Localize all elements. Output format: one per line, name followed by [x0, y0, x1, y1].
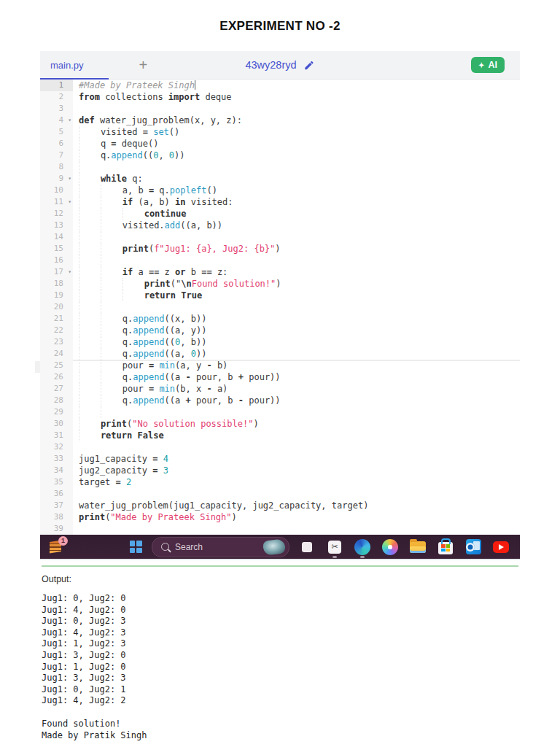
- fold-arrow-icon[interactable]: ▾: [68, 173, 71, 185]
- code-line[interactable]: 20: [40, 301, 520, 313]
- copilot-button[interactable]: [381, 538, 399, 556]
- code-editor[interactable]: 1#Made by Prateek Singh2from collections…: [40, 80, 520, 535]
- line-number: 12: [40, 208, 73, 220]
- code-line[interactable]: 4▾def water_jug_problem(x, y, z):: [40, 115, 520, 126]
- code-line[interactable]: 37water_jug_problem(jug1_capacity, jug2_…: [40, 500, 520, 511]
- fold-arrow-icon[interactable]: ▾: [68, 266, 71, 278]
- code-line[interactable]: 31return False: [40, 430, 520, 441]
- line-number: 31: [40, 430, 73, 441]
- store-bag-icon: [438, 542, 453, 554]
- line-number: 37: [40, 500, 73, 511]
- tab-main-py[interactable]: main.py: [40, 51, 109, 79]
- task-view-icon: [302, 542, 312, 552]
- code-line[interactable]: 36: [40, 488, 520, 500]
- line-number: 28: [40, 395, 73, 406]
- pinned-app-icon[interactable]: 1: [47, 538, 64, 556]
- code-line[interactable]: 18print("\nFound solution!"): [40, 278, 520, 290]
- line-number: 32: [40, 441, 73, 453]
- code-line[interactable]: 35target = 2: [40, 476, 520, 488]
- code-line[interactable]: 30print("No solution possible!"): [40, 418, 520, 430]
- code-line[interactable]: 3: [40, 103, 520, 115]
- youtube-button[interactable]: [492, 538, 510, 556]
- line-number: 4▾: [40, 115, 73, 126]
- code-line[interactable]: 21q.append((x, b)): [40, 313, 520, 325]
- line-number: 2: [40, 91, 73, 103]
- code-line[interactable]: 27pour = min(b, x - a): [40, 383, 520, 395]
- line-number: 10: [40, 185, 73, 196]
- code-line[interactable]: 16: [40, 255, 520, 266]
- taskbar: 1 Search ✂: [40, 535, 520, 560]
- task-view-button[interactable]: [298, 538, 316, 556]
- line-number: 19: [40, 290, 73, 301]
- line-number: 36: [40, 488, 73, 500]
- line-number: 17▾: [40, 266, 73, 278]
- code-line[interactable]: 22q.append((a, y)): [40, 325, 520, 336]
- code-line[interactable]: 24q.append((a, 0)): [40, 348, 520, 360]
- line-number: 30: [40, 418, 73, 430]
- file-explorer-button[interactable]: [409, 538, 427, 556]
- outlook-button[interactable]: [464, 538, 482, 556]
- line-number: 34: [40, 465, 73, 476]
- notification-badge: 1: [58, 536, 68, 546]
- code-line[interactable]: 17▾if a == z or b == z:: [40, 266, 520, 278]
- code-line[interactable]: 19return True: [40, 290, 520, 301]
- text-cursor: [195, 80, 195, 90]
- line-number: 21: [40, 313, 73, 325]
- search-icon: [161, 543, 169, 551]
- code-line[interactable]: 33jug1_capacity = 4: [40, 453, 520, 465]
- new-tab-button[interactable]: +: [139, 57, 148, 74]
- code-line[interactable]: 8: [40, 161, 520, 173]
- project-name-group: 43wy28ryd: [245, 59, 314, 71]
- code-line[interactable]: 11▾if (a, b) in visited:: [40, 196, 520, 208]
- code-line[interactable]: 15print(f"Jug1: {a}, Jug2: {b}"): [40, 243, 520, 255]
- line-number: 25: [40, 360, 73, 371]
- line-number: 3: [40, 103, 73, 115]
- code-line[interactable]: 6q = deque(): [40, 138, 520, 150]
- code-line[interactable]: 2from collections import deque: [40, 91, 520, 103]
- page-title: EXPERIMENT NO -2: [0, 19, 560, 34]
- code-line[interactable]: 10a, b = q.popleft(): [40, 185, 520, 196]
- code-line[interactable]: 12continue: [40, 208, 520, 220]
- line-number: 1: [40, 80, 73, 91]
- code-line[interactable]: 13visited.add((a, b)): [40, 220, 520, 231]
- youtube-play-icon: [493, 541, 509, 553]
- green-separator: [42, 565, 518, 567]
- code-line[interactable]: 23q.append((0, b)): [40, 336, 520, 348]
- code-lines: 1#Made by Prateek Singh2from collections…: [40, 80, 520, 535]
- code-line[interactable]: 5visited = set(): [40, 126, 520, 138]
- bing-daily-image: [262, 538, 286, 556]
- line-number: 13: [40, 220, 73, 231]
- project-id: 43wy28ryd: [245, 59, 296, 71]
- code-line[interactable]: 14: [40, 231, 520, 243]
- code-line[interactable]: 26q.append((a - pour, b + pour)): [40, 371, 520, 383]
- code-line[interactable]: 25pour = min(a, y - b): [40, 360, 520, 371]
- code-line[interactable]: 38print("Made by Prateek Singh"): [40, 511, 520, 523]
- search-box[interactable]: Search: [152, 537, 289, 557]
- search-label: Search: [175, 542, 203, 552]
- code-line[interactable]: 1#Made by Prateek Singh: [40, 80, 520, 91]
- start-button[interactable]: [127, 538, 144, 556]
- taskbar-icons: ✂: [298, 538, 520, 556]
- edge-browser-button[interactable]: [354, 538, 371, 556]
- code-line[interactable]: 32: [40, 441, 520, 453]
- windows-logo-icon: [130, 541, 142, 553]
- line-number: 33: [40, 453, 73, 465]
- line-number: 15: [40, 243, 73, 255]
- line-number: 24: [40, 348, 73, 360]
- pencil-icon[interactable]: [304, 60, 315, 71]
- code-line[interactable]: 28q.append((a + pour, b - pour)): [40, 395, 520, 406]
- snipping-tool-button[interactable]: ✂: [326, 538, 343, 556]
- ai-button[interactable]: ✦ AI: [471, 57, 505, 73]
- code-line[interactable]: 7q.append((0, 0)): [40, 150, 520, 161]
- code-line[interactable]: 34jug2_capacity = 3: [40, 465, 520, 476]
- fold-arrow-icon[interactable]: ▾: [68, 115, 71, 126]
- code-line[interactable]: 29: [40, 406, 520, 418]
- code-line[interactable]: 39: [40, 523, 520, 535]
- line-number: 35: [40, 476, 73, 488]
- code-line[interactable]: 9▾while q:: [40, 173, 520, 185]
- fold-arrow-icon[interactable]: ▾: [68, 196, 71, 208]
- line-number: 11▾: [40, 196, 73, 208]
- microsoft-store-button[interactable]: [437, 538, 454, 556]
- line-number: 16: [40, 255, 73, 266]
- line-number: 39: [40, 523, 73, 535]
